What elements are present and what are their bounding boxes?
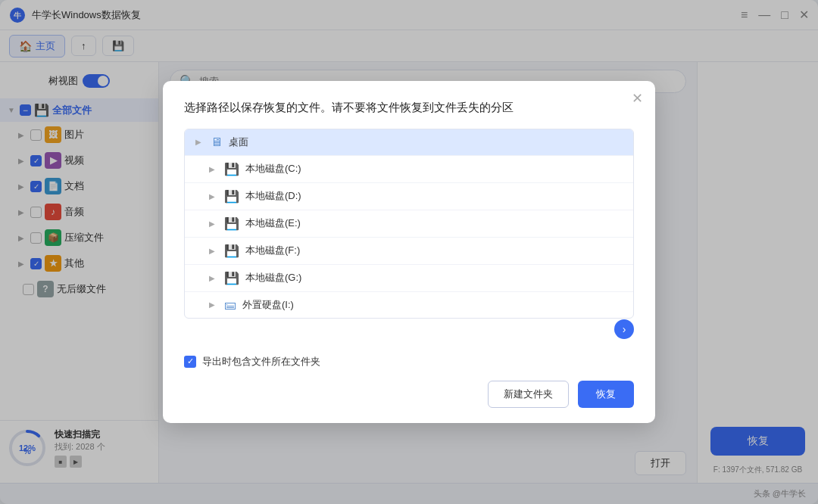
dialog-tree: ▶ 🖥 桌面 ▶ 💾 本地磁盘(C:) ▶ 💾 本地磁盘(D:) ▶ 💾	[184, 129, 634, 319]
tree-arrow-desktop: ▶	[195, 138, 204, 146]
tree-arrow: ▶	[209, 192, 218, 201]
tree-item-desktop[interactable]: ▶ 🖥 桌面	[185, 129, 633, 156]
dialog-close-button[interactable]: ✕	[632, 90, 643, 107]
tree-item-label: 外置硬盘(I:)	[242, 298, 294, 312]
tree-item-label: 桌面	[229, 135, 248, 149]
tree-arrow: ▶	[209, 300, 218, 309]
drive-icon: 💾	[224, 244, 239, 258]
drive-icon: 💾	[224, 162, 239, 176]
desktop-icon: 🖥	[211, 135, 223, 149]
save-path-dialog: ✕ 选择路径以保存恢复的文件。请不要将文件恢复到文件丢失的分区 ▶ 🖥 桌面 ▶…	[163, 81, 655, 423]
tree-arrow: ▶	[209, 247, 218, 255]
tree-arrow: ▶	[209, 165, 218, 173]
tree-item-label: 本地磁盘(G:)	[245, 271, 301, 285]
tree-item-c[interactable]: ▶ 💾 本地磁盘(C:)	[185, 156, 633, 183]
drive-icon: 💾	[224, 189, 239, 204]
external-drive-icon: 🖴	[224, 298, 236, 312]
tree-item-label: 本地磁盘(C:)	[245, 162, 301, 176]
dialog-overlay: ✕ 选择路径以保存恢复的文件。请不要将文件恢复到文件丢失的分区 ▶ 🖥 桌面 ▶…	[0, 0, 818, 504]
tree-item-g[interactable]: ▶ 💾 本地磁盘(G:)	[185, 265, 633, 292]
tree-item-e[interactable]: ▶ 💾 本地磁盘(E:)	[185, 210, 633, 238]
tree-item-d[interactable]: ▶ 💾 本地磁盘(D:)	[185, 183, 633, 210]
tree-item-i[interactable]: ▶ 🖴 外置硬盘(I:)	[185, 292, 633, 318]
export-folder-label: 导出时包含文件所在文件夹	[202, 355, 320, 369]
app-window: 牛 牛学长Windows数据恢复 ≡ — □ ✕ 🏠 主页 ↑ 💾 树视图	[0, 0, 818, 504]
dialog-footer: 新建文件夹 恢复	[184, 381, 634, 408]
tree-item-label: 本地磁盘(D:)	[245, 189, 301, 203]
tree-item-label: 本地磁盘(E:)	[245, 216, 301, 230]
tree-arrow: ▶	[209, 219, 218, 228]
dialog-title: 选择路径以保存恢复的文件。请不要将文件恢复到文件丢失的分区	[184, 99, 634, 117]
export-folder-checkbox[interactable]: ✓	[184, 356, 196, 368]
dialog-checkbox-row: ✓ 导出时包含文件所在文件夹	[184, 355, 634, 369]
tree-item-f[interactable]: ▶ 💾 本地磁盘(F:)	[185, 238, 633, 265]
drive-icon: 💾	[224, 271, 239, 285]
drive-icon: 💾	[224, 216, 239, 231]
dialog-recover-button[interactable]: 恢复	[578, 381, 634, 408]
scroll-next-button[interactable]: ›	[614, 319, 634, 339]
tree-arrow: ▶	[209, 274, 218, 282]
new-folder-button[interactable]: 新建文件夹	[488, 381, 569, 408]
tree-item-label: 本地磁盘(F:)	[245, 244, 300, 257]
